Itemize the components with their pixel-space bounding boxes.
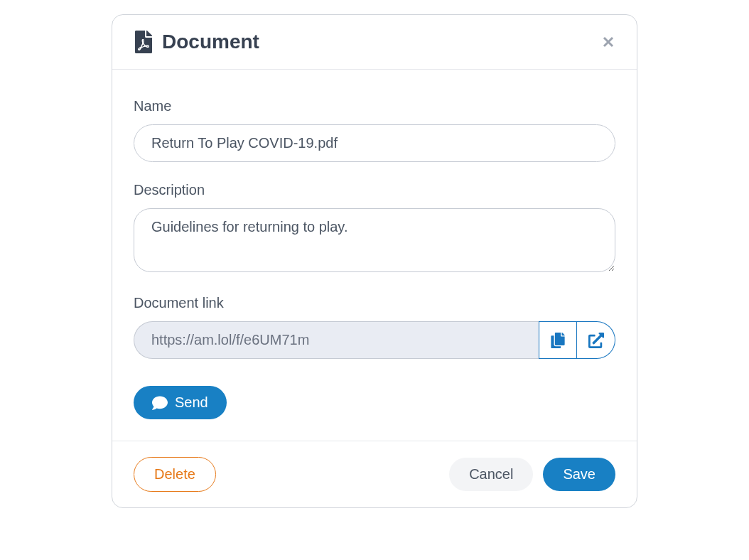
open-link-button[interactable] — [577, 321, 615, 359]
chat-icon — [152, 395, 168, 411]
link-input[interactable] — [134, 321, 539, 359]
link-input-group — [134, 321, 615, 359]
modal-title: Document — [162, 31, 259, 53]
document-modal: Document Name Description Guidelines for… — [112, 14, 637, 508]
external-link-icon — [588, 333, 604, 348]
cancel-button[interactable]: Cancel — [449, 458, 533, 491]
description-group: Description Guidelines for returning to … — [134, 182, 615, 275]
pdf-file-icon — [134, 31, 153, 53]
send-label: Send — [175, 394, 208, 411]
modal-title-group: Document — [134, 31, 259, 53]
delete-button[interactable]: Delete — [134, 457, 216, 492]
save-button[interactable]: Save — [543, 458, 615, 491]
link-label: Document link — [134, 295, 615, 311]
send-button[interactable]: Send — [134, 386, 227, 419]
close-icon[interactable] — [600, 33, 617, 50]
description-label: Description — [134, 182, 615, 198]
modal-header: Document — [112, 15, 637, 70]
copy-icon — [550, 333, 566, 348]
name-input[interactable] — [134, 124, 615, 162]
modal-footer: Delete Cancel Save — [112, 441, 637, 507]
name-group: Name — [134, 98, 615, 162]
copy-button[interactable] — [539, 321, 577, 359]
description-textarea[interactable]: Guidelines for returning to play. — [134, 208, 615, 272]
modal-body: Name Description Guidelines for returnin… — [112, 70, 637, 441]
footer-right-group: Cancel Save — [449, 458, 615, 491]
link-group: Document link — [134, 295, 615, 359]
name-label: Name — [134, 98, 615, 114]
